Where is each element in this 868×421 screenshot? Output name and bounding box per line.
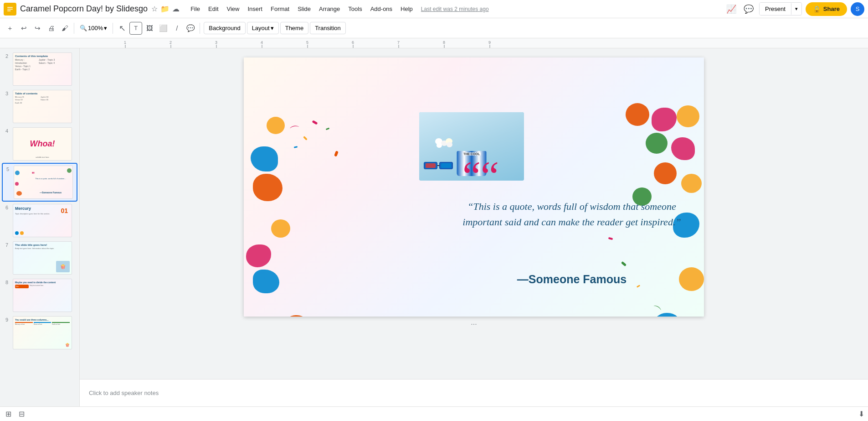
- slide-number-7: 7: [5, 241, 13, 248]
- share-label: Share: [823, 5, 840, 12]
- blob-green-right-1: [646, 133, 668, 154]
- ruler-content: 1 2 3 4 5 6 7 8 9: [80, 38, 868, 48]
- menu-format[interactable]: Format: [267, 4, 293, 14]
- transition-button[interactable]: Transition: [310, 22, 346, 34]
- shape-tool[interactable]: ⬜: [157, 22, 169, 35]
- layout-button[interactable]: Layout ▾: [247, 22, 279, 34]
- share-button[interactable]: 🔒 Share: [806, 2, 847, 16]
- blob-yellow-2: [271, 219, 290, 238]
- app-icon[interactable]: [4, 3, 16, 16]
- image-tool[interactable]: 🖼: [143, 22, 156, 35]
- document-title[interactable]: Caramel Popcorn Day! by Slidesgo: [20, 4, 148, 14]
- present-button[interactable]: Present ▾: [759, 2, 802, 16]
- title-icons: ☆ 📁 ☁: [151, 5, 180, 13]
- slide-number-8: 8: [5, 279, 13, 285]
- menubar: File Edit View Insert Format Slide Arran…: [187, 4, 724, 14]
- slide-preview-4: Whoa! subtitle text here: [13, 127, 72, 161]
- slide-thumb-5[interactable]: 5 " This is a quote, words full of wisdo…: [2, 163, 77, 202]
- theme-button[interactable]: Theme: [280, 22, 308, 34]
- undo-button[interactable]: ↩: [17, 22, 30, 35]
- slide-number-9: 9: [5, 316, 13, 322]
- notes-placeholder[interactable]: Click to add speaker notes: [89, 390, 159, 396]
- list-view-button[interactable]: ⊟: [17, 408, 26, 420]
- svg-text:3: 3: [215, 40, 217, 45]
- svg-text:6: 6: [352, 40, 354, 45]
- scroll-to-end-button[interactable]: ⬇: [858, 410, 864, 418]
- toolbar: + ↩ ↪ 🖨 🖌 🔍 100% ▾ ↖ T 🖼 ⬜ / 💬 Backgroun…: [0, 18, 868, 38]
- quote-mark-decoration: ““: [462, 156, 499, 197]
- redo-button[interactable]: ↪: [31, 22, 44, 35]
- paint-format-button[interactable]: 🖌: [58, 22, 71, 35]
- menu-view[interactable]: View: [223, 4, 243, 14]
- slide-thumb-7[interactable]: 7 The slide title goes here! Body text g…: [2, 239, 77, 276]
- slide-thumb-9[interactable]: 9 You could use three columns... Mercury…: [2, 314, 77, 351]
- present-dropdown-caret[interactable]: ▾: [791, 3, 801, 15]
- star-icon[interactable]: ☆: [151, 5, 158, 13]
- menu-help[interactable]: Help: [397, 4, 416, 14]
- line-tool[interactable]: /: [170, 22, 183, 35]
- layout-caret[interactable]: ▾: [271, 25, 274, 31]
- main-area: 2 Contents of this template Mercury - In…: [0, 48, 868, 406]
- layout-label: Layout: [252, 25, 270, 31]
- menu-edit[interactable]: Edit: [205, 4, 222, 14]
- slide-preview-7: The slide title goes here! Body text goe…: [13, 241, 72, 275]
- cloud-icon[interactable]: ☁: [172, 5, 180, 13]
- topbar: Caramel Popcorn Day! by Slidesgo ☆ 📁 ☁ F…: [0, 0, 868, 18]
- slide-number-6: 6: [5, 204, 13, 210]
- print-button[interactable]: 🖨: [45, 22, 57, 35]
- slides-panel: 2 Contents of this template Mercury - In…: [0, 48, 80, 406]
- slide-nav-dots: ···: [471, 320, 477, 328]
- blob-yellow-right-2: [681, 174, 702, 193]
- menu-file[interactable]: File: [187, 4, 204, 14]
- slide-canvas[interactable]: ⌒ ⌒ THE COOL: [244, 57, 704, 317]
- add-button[interactable]: +: [4, 22, 16, 35]
- slide-number-3: 3: [5, 90, 13, 96]
- slide-thumb-3[interactable]: 3 Table of contents Mercury 01Venus 02Ea…: [2, 88, 77, 125]
- separator-3: [200, 23, 200, 34]
- cursor-tool[interactable]: ↖: [116, 22, 128, 35]
- background-button[interactable]: Background: [204, 22, 245, 34]
- last-edit-label[interactable]: Last edit was 2 minutes ago: [421, 6, 489, 12]
- menu-addons[interactable]: Add-ons: [367, 4, 396, 14]
- top-right-controls: 📈 💬 Present ▾ 🔒 Share S: [724, 2, 864, 16]
- zoom-dropdown-icon[interactable]: ▾: [104, 25, 107, 31]
- menu-slide[interactable]: Slide: [294, 4, 314, 14]
- toolbar-format-buttons: Background Layout ▾ Theme Transition: [203, 22, 346, 34]
- comment-icon[interactable]: 💬: [742, 2, 755, 16]
- blob-orange-1: [253, 174, 282, 201]
- slide-thumb-8[interactable]: 8 Maybe you need to divide the content T…: [2, 277, 77, 314]
- user-avatar[interactable]: S: [851, 2, 864, 16]
- folder-icon[interactable]: 📁: [160, 5, 169, 13]
- slide-thumb-2[interactable]: 2 Contents of this template Mercury - In…: [2, 51, 77, 88]
- slide-preview-5: " This is a quote, words full of wisdom.…: [14, 166, 73, 199]
- editor-area: ⌒ ⌒ THE COOL: [80, 48, 868, 406]
- grid-view-button[interactable]: ⊞: [4, 408, 13, 420]
- svg-text:2: 2: [169, 40, 172, 45]
- zoom-level[interactable]: 100%: [88, 25, 103, 31]
- svg-text:4: 4: [261, 40, 263, 45]
- slide-thumb-4[interactable]: 4 Whoa! subtitle text here: [2, 125, 77, 162]
- zoom-control[interactable]: 🔍 100% ▾: [77, 23, 110, 33]
- svg-rect-3: [7, 10, 11, 11]
- comment-tool[interactable]: 💬: [184, 22, 197, 35]
- activity-icon[interactable]: 📈: [724, 2, 738, 16]
- menu-tools[interactable]: Tools: [344, 4, 365, 14]
- slide-thumb-6[interactable]: 6 Mercury 01 Topic description goes here…: [2, 202, 77, 239]
- svg-rect-2: [7, 9, 13, 10]
- quote-author[interactable]: —Someone Famous: [458, 273, 686, 286]
- text-box-tool[interactable]: T: [129, 22, 142, 35]
- separator-2: [113, 23, 113, 34]
- slide-number-2: 2: [5, 52, 13, 59]
- menu-insert[interactable]: Insert: [244, 4, 266, 14]
- canvas-area[interactable]: ⌒ ⌒ THE COOL: [80, 48, 868, 379]
- bottombar: ⊞ ⊟ ⬇: [0, 406, 868, 421]
- slide-preview-6: Mercury 01 Topic description goes here f…: [13, 204, 72, 237]
- zoom-out-icon[interactable]: 🔍: [80, 25, 87, 31]
- notes-area[interactable]: Click to add speaker notes: [80, 379, 868, 406]
- present-label[interactable]: Present: [760, 3, 791, 15]
- quote-text[interactable]: “This is a quote, words full of wisdom t…: [458, 199, 686, 230]
- svg-text:7: 7: [397, 40, 400, 45]
- menu-arrange[interactable]: Arrange: [315, 4, 344, 14]
- blob-orange-right-1: [626, 103, 649, 126]
- slide-preview-3: Table of contents Mercury 01Venus 02Eart…: [13, 90, 72, 123]
